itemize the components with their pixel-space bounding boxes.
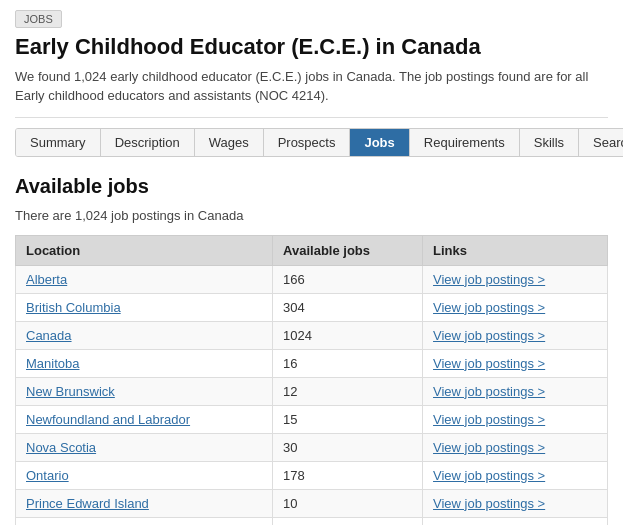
link-cell: View job postings > bbox=[423, 517, 608, 525]
view-postings-link[interactable]: View job postings > bbox=[433, 356, 545, 371]
tab-description[interactable]: Description bbox=[101, 129, 195, 156]
count-cell: 15 bbox=[273, 405, 423, 433]
view-postings-link[interactable]: View job postings > bbox=[433, 272, 545, 287]
location-cell: British Columbia bbox=[16, 293, 273, 321]
count-cell: 10 bbox=[273, 489, 423, 517]
location-link[interactable]: Prince Edward Island bbox=[26, 496, 149, 511]
location-cell: Newfoundland and Labrador bbox=[16, 405, 273, 433]
jobs-table: LocationAvailable jobsLinks Alberta166Vi… bbox=[15, 235, 608, 525]
tab-skills[interactable]: Skills bbox=[520, 129, 579, 156]
count-cell: 16 bbox=[273, 349, 423, 377]
link-cell: View job postings > bbox=[423, 265, 608, 293]
table-row: Canada1024View job postings > bbox=[16, 321, 608, 349]
location-link[interactable]: Manitoba bbox=[26, 356, 79, 371]
link-cell: View job postings > bbox=[423, 433, 608, 461]
location-link[interactable]: British Columbia bbox=[26, 300, 121, 315]
location-link[interactable]: Ontario bbox=[26, 468, 69, 483]
column-header-links: Links bbox=[423, 235, 608, 265]
location-cell: Prince Edward Island bbox=[16, 489, 273, 517]
tab-wages[interactable]: Wages bbox=[195, 129, 264, 156]
table-row: Nova Scotia30View job postings > bbox=[16, 433, 608, 461]
location-cell: Québec bbox=[16, 517, 273, 525]
count-cell: 158 bbox=[273, 517, 423, 525]
view-postings-link[interactable]: View job postings > bbox=[433, 496, 545, 511]
table-row: Alberta166View job postings > bbox=[16, 265, 608, 293]
table-header-row: LocationAvailable jobsLinks bbox=[16, 235, 608, 265]
table-row: British Columbia304View job postings > bbox=[16, 293, 608, 321]
count-cell: 30 bbox=[273, 433, 423, 461]
link-cell: View job postings > bbox=[423, 349, 608, 377]
link-cell: View job postings > bbox=[423, 405, 608, 433]
column-header-location: Location bbox=[16, 235, 273, 265]
location-link[interactable]: Alberta bbox=[26, 272, 67, 287]
table-row: Newfoundland and Labrador15View job post… bbox=[16, 405, 608, 433]
link-cell: View job postings > bbox=[423, 461, 608, 489]
table-row: Québec158View job postings > bbox=[16, 517, 608, 525]
tab-jobs[interactable]: Jobs bbox=[350, 129, 409, 156]
count-cell: 178 bbox=[273, 461, 423, 489]
location-link[interactable]: Newfoundland and Labrador bbox=[26, 412, 190, 427]
count-cell: 1024 bbox=[273, 321, 423, 349]
link-cell: View job postings > bbox=[423, 377, 608, 405]
page-description: We found 1,024 early childhood educator … bbox=[15, 68, 608, 104]
page-title: Early Childhood Educator (E.C.E.) in Can… bbox=[15, 34, 608, 60]
view-postings-link[interactable]: View job postings > bbox=[433, 328, 545, 343]
view-postings-link[interactable]: View job postings > bbox=[433, 412, 545, 427]
location-cell: Nova Scotia bbox=[16, 433, 273, 461]
location-cell: New Brunswick bbox=[16, 377, 273, 405]
location-cell: Ontario bbox=[16, 461, 273, 489]
location-cell: Canada bbox=[16, 321, 273, 349]
view-postings-link[interactable]: View job postings > bbox=[433, 300, 545, 315]
jobs-subtitle: There are 1,024 job postings in Canada bbox=[15, 208, 608, 223]
count-cell: 304 bbox=[273, 293, 423, 321]
location-cell: Manitoba bbox=[16, 349, 273, 377]
table-row: Ontario178View job postings > bbox=[16, 461, 608, 489]
view-postings-link[interactable]: View job postings > bbox=[433, 440, 545, 455]
count-cell: 12 bbox=[273, 377, 423, 405]
link-cell: View job postings > bbox=[423, 489, 608, 517]
tab-search[interactable]: Search bbox=[579, 129, 623, 156]
table-row: New Brunswick12View job postings > bbox=[16, 377, 608, 405]
breadcrumb: JOBS bbox=[15, 10, 62, 28]
tab-prospects[interactable]: Prospects bbox=[264, 129, 351, 156]
tab-requirements[interactable]: Requirements bbox=[410, 129, 520, 156]
location-link[interactable]: Canada bbox=[26, 328, 72, 343]
location-link[interactable]: New Brunswick bbox=[26, 384, 115, 399]
table-body: Alberta166View job postings >British Col… bbox=[16, 265, 608, 525]
view-postings-link[interactable]: View job postings > bbox=[433, 468, 545, 483]
view-postings-link[interactable]: View job postings > bbox=[433, 384, 545, 399]
table-row: Manitoba16View job postings > bbox=[16, 349, 608, 377]
tab-summary[interactable]: Summary bbox=[16, 129, 101, 156]
count-cell: 166 bbox=[273, 265, 423, 293]
location-cell: Alberta bbox=[16, 265, 273, 293]
table-row: Prince Edward Island10View job postings … bbox=[16, 489, 608, 517]
link-cell: View job postings > bbox=[423, 293, 608, 321]
link-cell: View job postings > bbox=[423, 321, 608, 349]
tab-navigation: SummaryDescriptionWagesProspectsJobsRequ… bbox=[15, 128, 623, 157]
location-link[interactable]: Nova Scotia bbox=[26, 440, 96, 455]
column-header-available-jobs: Available jobs bbox=[273, 235, 423, 265]
section-title: Available jobs bbox=[15, 175, 608, 198]
